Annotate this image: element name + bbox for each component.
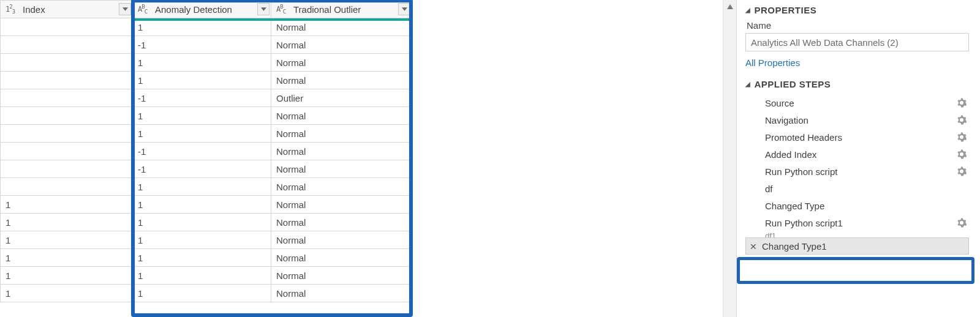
cell-outlier[interactable]: Normal — [271, 214, 412, 231]
column-header-index[interactable]: 123 Index — [1, 1, 133, 18]
table-row[interactable]: 1Normal — [1, 107, 412, 125]
cell-index[interactable]: 1 — [1, 267, 133, 285]
gear-icon[interactable] — [957, 218, 967, 228]
table-row[interactable]: 1Normal — [1, 72, 412, 89]
cell-anomaly[interactable]: -1 — [133, 160, 271, 178]
column-label: Index — [23, 4, 45, 15]
scroll-up-arrow-icon[interactable] — [726, 2, 734, 11]
table-row[interactable]: 1Normal — [1, 125, 412, 143]
applied-steps-header[interactable]: ◢ APPLIED STEPS — [745, 79, 969, 89]
delete-step-icon[interactable]: ✕ — [750, 242, 757, 252]
step-item[interactable]: Promoted Headers — [745, 129, 969, 146]
filter-dropdown-button[interactable] — [119, 3, 131, 15]
gear-icon[interactable] — [957, 149, 967, 159]
cell-index[interactable] — [1, 107, 133, 125]
table-row[interactable]: 11Normal — [1, 267, 412, 285]
cell-outlier[interactable]: Normal — [271, 36, 412, 54]
column-label: Tradional Outlier — [293, 4, 361, 15]
cell-outlier[interactable]: Normal — [271, 178, 412, 196]
cell-index[interactable]: 1 — [1, 231, 133, 249]
cell-anomaly[interactable]: -1 — [133, 36, 271, 54]
table-row[interactable]: 1Normal — [1, 54, 412, 72]
cell-anomaly[interactable]: 1 — [133, 285, 271, 302]
query-settings-panel: ◢ PROPERTIES Name All Properties ◢ APPLI… — [736, 0, 980, 317]
cell-index[interactable] — [1, 89, 133, 107]
step-item[interactable]: Source — [745, 94, 969, 111]
gear-icon[interactable] — [957, 98, 967, 108]
properties-header[interactable]: ◢ PROPERTIES — [745, 5, 969, 15]
gear-icon[interactable] — [957, 166, 967, 176]
cell-anomaly[interactable]: 1 — [133, 72, 271, 89]
filter-dropdown-button[interactable] — [257, 3, 270, 15]
cell-index[interactable]: 1 — [1, 285, 133, 302]
gear-icon[interactable] — [957, 115, 967, 125]
table-row[interactable]: -1Normal — [1, 36, 412, 54]
vertical-scrollbar[interactable] — [723, 0, 736, 317]
table-row[interactable]: 11Normal — [1, 214, 412, 231]
step-label: Promoted Headers — [765, 132, 842, 143]
cell-index[interactable] — [1, 72, 133, 89]
step-item[interactable]: Changed Type — [745, 197, 969, 214]
step-item[interactable]: df — [745, 180, 969, 197]
cell-anomaly[interactable]: 1 — [133, 214, 271, 231]
all-properties-link[interactable]: All Properties — [745, 58, 800, 68]
table-row[interactable]: 1Normal — [1, 178, 412, 196]
cell-outlier[interactable]: Normal — [271, 196, 412, 214]
cell-outlier[interactable]: Normal — [271, 267, 412, 285]
cell-index[interactable] — [1, 18, 133, 36]
cell-anomaly[interactable]: 1 — [133, 54, 271, 72]
cell-anomaly[interactable]: -1 — [133, 143, 271, 160]
cell-index[interactable] — [1, 178, 133, 196]
step-item[interactable]: Run Python script1 — [745, 214, 969, 231]
column-quality-bar — [135, 18, 409, 21]
properties-section: ◢ PROPERTIES Name All Properties — [745, 5, 969, 68]
cell-anomaly[interactable]: 1 — [133, 231, 271, 249]
cell-index[interactable] — [1, 36, 133, 54]
step-item-selected[interactable]: ✕ Changed Type1 — [745, 237, 969, 255]
number-type-icon: 123 — [6, 4, 19, 15]
table-row[interactable]: 11Normal — [1, 196, 412, 214]
table-row[interactable]: -1Normal — [1, 160, 412, 178]
cell-index[interactable] — [1, 54, 133, 72]
annotation-highlight-step — [737, 257, 974, 284]
step-item-partial[interactable]: df1 — [745, 231, 969, 237]
table-row[interactable]: 11Normal — [1, 285, 412, 302]
cell-anomaly[interactable]: 1 — [133, 267, 271, 285]
cell-anomaly[interactable]: 1 — [133, 249, 271, 267]
cell-anomaly[interactable]: 1 — [133, 178, 271, 196]
filter-dropdown-button[interactable] — [398, 3, 410, 15]
cell-outlier[interactable]: Normal — [271, 249, 412, 267]
cell-index[interactable]: 1 — [1, 196, 133, 214]
cell-outlier[interactable]: Normal — [271, 231, 412, 249]
table-row[interactable]: 11Normal — [1, 231, 412, 249]
cell-anomaly[interactable]: 1 — [133, 125, 271, 143]
cell-anomaly[interactable]: 1 — [133, 107, 271, 125]
cell-outlier[interactable]: Normal — [271, 107, 412, 125]
cell-outlier[interactable]: Normal — [271, 54, 412, 72]
step-item[interactable]: Added Index — [745, 146, 969, 163]
cell-outlier[interactable]: Normal — [271, 160, 412, 178]
cell-index[interactable] — [1, 160, 133, 178]
column-header-anomaly[interactable]: ABC Anomaly Detection — [133, 1, 271, 18]
cell-outlier[interactable]: Outlier — [271, 89, 412, 107]
table-row[interactable]: -1Normal — [1, 143, 412, 160]
query-name-input[interactable] — [745, 33, 969, 51]
column-header-outlier[interactable]: ABC Tradional Outlier — [271, 1, 412, 18]
cell-outlier[interactable]: Normal — [271, 143, 412, 160]
gear-icon[interactable] — [957, 132, 967, 142]
table-row[interactable]: -1Outlier — [1, 89, 412, 107]
step-label: Changed Type1 — [762, 241, 827, 252]
step-item[interactable]: Run Python script — [745, 163, 969, 180]
step-item[interactable]: Navigation — [745, 111, 969, 129]
cell-index[interactable] — [1, 143, 133, 160]
cell-index[interactable] — [1, 125, 133, 143]
cell-anomaly[interactable]: -1 — [133, 89, 271, 107]
cell-anomaly[interactable]: 1 — [133, 196, 271, 214]
cell-index[interactable]: 1 — [1, 249, 133, 267]
cell-outlier[interactable]: Normal — [271, 285, 412, 302]
cell-index[interactable]: 1 — [1, 214, 133, 231]
cell-outlier[interactable]: Normal — [271, 72, 412, 89]
cell-outlier[interactable]: Normal — [271, 125, 412, 143]
table-row[interactable]: 11Normal — [1, 249, 412, 267]
name-label: Name — [747, 20, 969, 31]
